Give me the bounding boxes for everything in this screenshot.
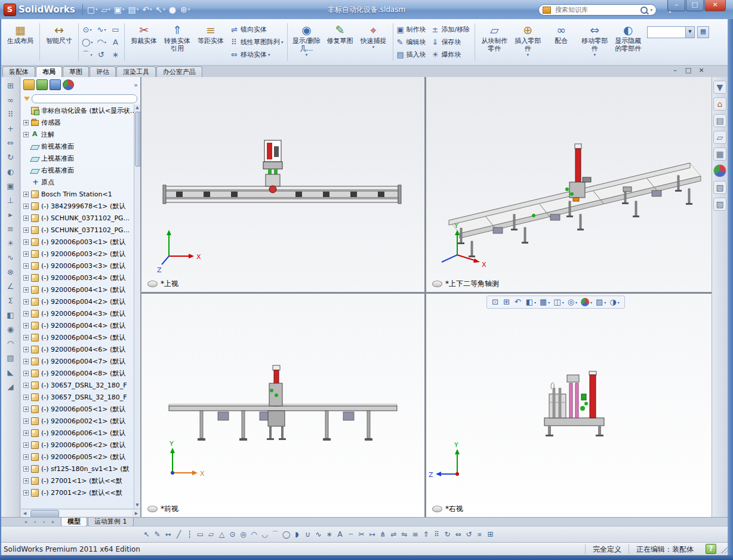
close-button[interactable]: × [704, 0, 726, 11]
tree-item[interactable]: + 传感器 [21, 116, 134, 128]
centerpoint-arc-icon[interactable]: ◠ [249, 529, 259, 540]
tree-item[interactable]: + (-) 920006p005<1> (默认 [21, 403, 134, 415]
open-document-button[interactable]: ▱ ▾ [100, 3, 112, 16]
rotate-icon[interactable]: ↺ [464, 529, 474, 540]
quick-tips-help-button[interactable]: ? [706, 544, 716, 554]
save-document-button[interactable]: ▣ ▾ [112, 3, 127, 16]
tree-filter-input[interactable] [32, 94, 137, 103]
tree-item[interactable]: + Bosch Trim Station<1 [21, 188, 134, 200]
split-entities-icon[interactable]: ⋔ [378, 529, 388, 540]
move-component-icon[interactable]: ⇔ [4, 137, 17, 149]
component-pattern-icon[interactable]: ⠿ [4, 108, 17, 121]
smart-dimension-button[interactable]: ↔ 智能尺寸 [43, 23, 75, 62]
study-tab[interactable]: 模型 [61, 518, 87, 527]
tree-expand-icon[interactable]: + [23, 395, 29, 400]
point-tool-icon[interactable]: ∗ [109, 48, 123, 61]
dynamic-mirror-icon[interactable]: ⇋ [399, 529, 409, 540]
viewport-horizontal-splitter[interactable] [141, 292, 712, 294]
offset-icon[interactable]: ≡ [410, 529, 420, 540]
tree-expand-icon[interactable] [23, 144, 29, 149]
tree-vertical-scrollbar[interactable]: ▲ ▼ [134, 104, 140, 509]
rotate-component-icon[interactable]: ↻ [4, 151, 17, 164]
commandmanager-tab[interactable]: 办公室产品 [156, 66, 202, 77]
tangent-arc-icon[interactable]: ◡ [260, 529, 270, 540]
slot-tool-icon[interactable]: ⌒▾ [80, 48, 94, 61]
move-icon[interactable]: ⇔ [453, 529, 463, 540]
new-document-button[interactable]: ▢ ▾ [85, 3, 100, 16]
auto-hide-pin-icon[interactable]: ▼ [713, 81, 726, 94]
ellipse-icon[interactable]: ◯ [281, 529, 291, 540]
tree-expand-icon[interactable]: + [23, 227, 29, 233]
tree-item[interactable]: + (-) 920006p004<8> (默认 [21, 367, 134, 379]
view-settings-icon[interactable]: ◑ ▾ [609, 297, 619, 307]
tree-item[interactable]: + (-) 920006p004<3> (默认 [21, 307, 134, 319]
linear-pattern-icon[interactable]: ⠿ [432, 529, 442, 540]
undercut-analysis-icon[interactable]: ◢ [4, 380, 17, 393]
convert-icon[interactable]: ⇑ [421, 529, 431, 540]
arc-tool-icon[interactable]: ◠▾ [94, 36, 109, 48]
tree-item[interactable]: + (-) 920006p005<2> (默认 [21, 451, 134, 463]
tree-item[interactable]: + (-) 920006p003<3> (默认 [21, 260, 134, 272]
explode-block-button[interactable]: ☀ 爆炸块 [430, 49, 474, 61]
bill-of-materials-icon[interactable]: ≡ [4, 223, 17, 235]
search-input[interactable] [554, 5, 640, 14]
zebra-stripes-icon[interactable]: ▤ [4, 352, 17, 364]
show-hidden-components-button[interactable]: ◐ 显示隐藏的零部件 [612, 23, 644, 62]
knowledge-search-box[interactable]: ▾ [538, 4, 657, 16]
convert-entities-button[interactable]: ⇑ 转换实体引用 [161, 23, 193, 62]
options-button[interactable]: ⊛ ▾ [178, 3, 192, 16]
commandmanager-tab[interactable]: 装配体 [2, 66, 35, 77]
tree-expand-icon[interactable]: + [23, 347, 29, 352]
tree-expand-icon[interactable]: + [23, 335, 29, 340]
sketch-icon[interactable]: ✎ [152, 529, 162, 540]
centerline-icon[interactable]: ┆ [184, 529, 195, 540]
viewport-vertical-splitter[interactable] [424, 77, 426, 517]
next-tab-button[interactable]: › [39, 519, 48, 525]
extend-icon[interactable]: ↦ [367, 529, 377, 540]
viewport-front-view[interactable]: Y X *前视 [141, 294, 424, 517]
tree-expand-icon[interactable] [23, 156, 29, 161]
section-view-icon[interactable]: ◧ [4, 309, 17, 321]
prev-tab-button[interactable]: ‹ [30, 519, 39, 525]
tree-expand-icon[interactable] [23, 180, 29, 185]
tree-item[interactable]: + (-) 30657_DSRL_32_180_F [21, 391, 134, 403]
exploded-view-icon[interactable]: ☀ [4, 237, 17, 250]
explode-line-sketch-icon[interactable]: ∿ [4, 251, 17, 264]
tree-item[interactable]: + (-) 920006p004<5> (默认 [21, 331, 134, 343]
line-icon[interactable]: ╱ [174, 529, 184, 540]
repair-sketch-button[interactable]: ✎ 修复草图 [324, 23, 356, 62]
tree-item[interactable]: 原点 [21, 176, 134, 188]
scale-icon[interactable]: ∝ [475, 529, 485, 540]
text-tool-icon[interactable]: A [109, 36, 123, 48]
mirror-entities-button[interactable]: ⇌ 镜向实体 [229, 24, 286, 36]
search-icon[interactable] [640, 7, 648, 14]
construction-geometry-icon[interactable]: ┄ [346, 529, 356, 540]
add-remove-block-button[interactable]: ± 添加/移除 [430, 24, 474, 36]
quick-snaps-button[interactable]: ⌖ 快速捕捉 ▾ [358, 23, 390, 62]
tree-expand-icon[interactable]: + [23, 359, 29, 364]
tree-item[interactable]: + (-) 920006p004<7> (默认 [21, 355, 134, 367]
display-delete-relations-button[interactable]: ◉ 显示/删除几... ▾ [291, 23, 323, 62]
offset-entities-button[interactable]: ≡ 等距实体 [195, 23, 227, 62]
tree-expand-icon[interactable]: + [23, 299, 29, 304]
tree-item[interactable]: 前视基准面 [21, 140, 134, 152]
erase-tool-icon[interactable]: ↺ [94, 48, 109, 61]
tree-expand-icon[interactable]: + [23, 239, 29, 245]
create-layout-button[interactable]: ▦ 生成布局 [4, 23, 36, 62]
tree-item[interactable]: + (-) 920006p004<2> (默认 [21, 296, 134, 307]
doc-close-button[interactable]: × [697, 67, 706, 75]
tree-horizontal-scrollbar[interactable]: ◀ ▶ [21, 509, 140, 517]
smart-fasteners-icon[interactable]: + [4, 122, 17, 135]
first-tab-button[interactable]: « [21, 519, 30, 525]
insert-block-button[interactable]: ▤ 插入块 [395, 49, 430, 61]
tree-item[interactable]: + (-) sf125-180n_sv1<1> (默 [21, 463, 134, 475]
make-block-button[interactable]: ▣ 制作块 [395, 24, 430, 36]
show-hidden-icon[interactable]: ◐ [4, 165, 17, 178]
commandmanager-tab[interactable]: 评估 [90, 66, 116, 77]
tree-expand-icon[interactable]: + [23, 371, 29, 376]
section-view-icon[interactable]: ◧ ▾ [526, 297, 536, 307]
tree-expand-icon[interactable]: + [23, 466, 29, 472]
circular-pattern-icon[interactable]: ↻ [442, 529, 452, 540]
zoom-fit-icon[interactable]: ⊡ [492, 297, 500, 307]
tree-expand-icon[interactable]: + [23, 120, 29, 125]
